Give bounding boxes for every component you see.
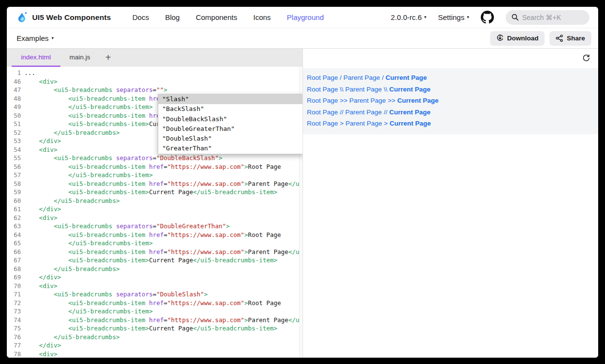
examples-dropdown[interactable]: Examples ▾ [17,34,54,42]
line-number: 1 [7,69,24,77]
breadcrumb-link[interactable]: Root Page [307,74,338,81]
autocomplete-option[interactable]: "DoubleBackSlash" [158,114,302,124]
share-button[interactable]: Share [549,31,591,46]
code-line[interactable]: 66 <ui5-breadcrumbs-item href="https://w… [7,248,302,256]
line-content: <ui5-breadcrumbs-item href="https://www.… [24,163,281,171]
autocomplete-option[interactable]: "DoubleSlash" [158,134,302,144]
code-line[interactable]: 55 <ui5-breadcrumbs separators="DoubleBa… [7,154,302,163]
breadcrumb-link[interactable]: Parent Page [345,86,382,93]
code-line[interactable]: 69 </div> [7,273,302,282]
code-line[interactable]: 73 </ui5-breadcrumbs-item> [7,307,302,316]
breadcrumb-link[interactable]: Root Page [307,109,338,116]
breadcrumb-link[interactable]: Parent Page [345,120,382,127]
breadcrumb-link[interactable]: Parent Page [343,74,380,81]
line-number: 75 [7,324,24,333]
chevron-down-icon: ▾ [424,15,427,19]
code-line[interactable]: 74 <ui5-breadcrumbs-item href="https://w… [7,316,302,325]
brand[interactable]: UI5 Web Components [17,11,111,24]
line-content: </ui5-breadcrumbs> [24,197,120,205]
line-content: </ui5-breadcrumbs> [24,128,120,137]
breadcrumb-link[interactable]: Root Page [307,120,338,127]
nav-link-components[interactable]: Components [196,13,237,21]
code-line[interactable]: 62 <div> [7,214,302,222]
line-content: <ui5-breadcrumbs-item href="https://www.… [24,248,302,256]
line-number: 54 [7,146,24,154]
code-line[interactable]: 76 </ui5-breadcrumbs> [7,333,302,342]
refresh-button[interactable] [582,54,590,63]
breadcrumb-separator: >> [338,97,349,104]
code-line[interactable]: 64 <ui5-breadcrumbs-item href="https://w… [7,231,302,239]
autocomplete-option[interactable]: "GreaterThan" [158,144,302,153]
breadcrumb-link[interactable]: Root Page [307,97,338,104]
breadcrumb-separator: // [382,109,389,116]
breadcrumb-row: Root Page // Parent Page // Current Page [307,107,598,118]
line-content: </ui5-breadcrumbs> [24,333,120,342]
code-line[interactable]: 46 <div> [7,77,302,86]
breadcrumb-separator: / [380,74,385,81]
line-number: 48 [7,94,24,103]
code-line[interactable]: 78 <div> [7,350,302,358]
autocomplete-option[interactable]: "Slash" [158,94,302,104]
breadcrumb-link[interactable]: Root Page [307,86,338,93]
code-line[interactable]: 47 <ui5-breadcrumbs separators=""> [7,86,302,94]
line-number: 47 [7,86,24,94]
line-content: ... [24,69,36,77]
github-icon[interactable] [481,11,494,24]
breadcrumb-separator: > [382,120,389,127]
code-line[interactable]: 71 <ui5-breadcrumbs separators="DoubleSl… [7,290,302,299]
code-line[interactable]: 68 </ui5-breadcrumbs> [7,265,302,273]
nav-link-icons[interactable]: Icons [253,13,271,21]
line-content: <ui5-breadcrumbs-item>Current Page</ui5-… [24,256,277,265]
line-number: 53 [7,137,24,146]
tab-main-js[interactable]: main.js [60,49,100,67]
nav-link-docs[interactable]: Docs [132,13,149,21]
breadcrumb-current: Current Page [385,74,427,81]
code-line[interactable]: 61 </div> [7,205,302,214]
code-line[interactable]: 72 <ui5-breadcrumbs-item href="https://w… [7,299,302,308]
share-icon [556,35,563,42]
brand-title: UI5 Web Components [32,13,111,22]
nav-link-blog[interactable]: Blog [165,13,180,21]
code-line[interactable]: 59 <ui5-breadcrumbs-item>Current Page</u… [7,188,302,197]
settings-dropdown[interactable]: Settings ▾ [438,13,469,21]
share-label: Share [567,35,585,42]
code-line[interactable]: 63 <ui5-breadcrumbs separators="DoubleGr… [7,222,302,231]
version-dropdown[interactable]: 2.0.0-rc.6 ▾ [391,13,426,21]
nav-link-playground[interactable]: Playground [287,13,324,21]
settings-label: Settings [438,13,464,21]
new-tab-button[interactable]: + [99,49,117,67]
autocomplete-option[interactable]: "BackSlash" [158,104,302,114]
download-label: Download [507,35,539,42]
line-number: 51 [7,120,24,128]
code-line[interactable]: 1... [7,69,302,77]
code-line[interactable]: 60 </ui5-breadcrumbs> [7,197,302,205]
code-line[interactable]: 56 <ui5-breadcrumbs-item href="https://w… [7,163,302,171]
code-line[interactable]: 77 </div> [7,341,302,350]
refresh-icon [582,54,590,62]
code-line[interactable]: 67 <ui5-breadcrumbs-item>Current Page</u… [7,256,302,265]
preview-pane: Root Page / Parent Page / Current PageRo… [303,49,598,358]
search-box[interactable] [506,10,589,25]
search-input[interactable] [522,14,581,21]
tab-index-html[interactable]: index.html [12,49,60,67]
code-line[interactable]: 58 <ui5-breadcrumbs-item href="https://w… [7,180,302,188]
download-button[interactable]: Download [490,31,545,46]
line-content: <div> [24,146,57,154]
autocomplete-option[interactable]: "DoubleGreaterThan" [158,124,302,134]
breadcrumb-link[interactable]: Parent Page [349,97,386,104]
code-line[interactable]: 75 <ui5-breadcrumbs-item>Current Page</u… [7,324,302,333]
version-label: 2.0.0-rc.6 [391,13,421,21]
line-content: </div> [24,273,61,282]
line-number: 73 [7,307,24,316]
breadcrumb-separator: \\ [338,86,345,93]
code-line[interactable]: 65 </ui5-breadcrumbs-item> [7,239,302,248]
breadcrumb-link[interactable]: Parent Page [345,109,382,116]
line-content: <ui5-breadcrumbs-item href="https://www.… [24,299,281,308]
code-line[interactable]: 70 <div> [7,282,302,291]
code-editor[interactable]: 1...46 <div>47 <ui5-breadcrumbs separato… [7,67,302,358]
line-content: </div> [24,137,61,146]
line-number: 59 [7,188,24,197]
line-number: 60 [7,197,24,205]
code-line[interactable]: 57 </ui5-breadcrumbs-item> [7,171,302,180]
line-number: 66 [7,248,24,256]
